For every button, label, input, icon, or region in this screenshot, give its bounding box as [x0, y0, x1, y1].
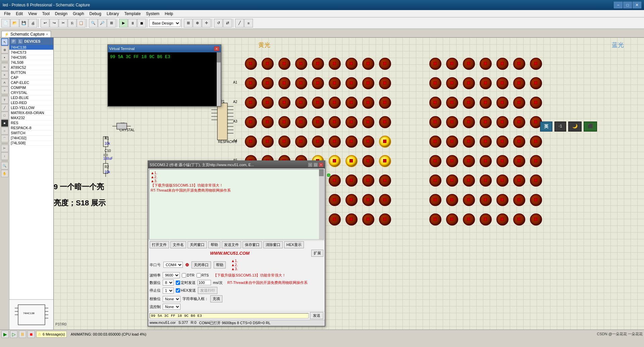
flip-button[interactable]: ⇄ [223, 19, 232, 28]
device-item-button[interactable]: BUTTON [9, 70, 53, 75]
device-item-compim[interactable]: COMPIM [9, 85, 53, 90]
device-item-74hc595[interactable]: 74HC595 [9, 55, 53, 60]
device-item-max232[interactable]: MAX232 [9, 115, 53, 120]
sscom-close-window[interactable]: 关闭窗口 [187, 241, 207, 248]
sscom-clear-window[interactable]: 清除窗口 [263, 241, 283, 248]
step-button[interactable]: ▷ [10, 331, 17, 338]
virtual-terminal-window[interactable]: Virtual Terminal × 99 5A 3C FF 18 9C B6 … [107, 44, 221, 107]
hand-tool[interactable]: ✋ [1, 170, 8, 177]
device-item-74hc02[interactable]: [74HC02] [9, 136, 53, 141]
menu-tool[interactable]: Tool [40, 11, 52, 17]
play-button[interactable]: ▶ [1, 331, 9, 338]
origin-button[interactable]: ⊕ [193, 19, 202, 28]
key-btn-dot1[interactable]: ·1 [554, 121, 566, 132]
stop-button[interactable]: ⏹ [137, 19, 146, 28]
junction-tool[interactable]: • [1, 54, 8, 61]
vterm-close-button[interactable]: × [214, 46, 219, 51]
sscom-minimize[interactable]: − [308, 162, 313, 167]
menu-view[interactable]: View [25, 11, 40, 17]
marker-button[interactable]: ✛ [202, 19, 211, 28]
databits-select[interactable]: 8 [163, 280, 174, 286]
key-btn-english[interactable]: 英 [540, 121, 552, 132]
measure-tool[interactable]: ↕ [1, 152, 8, 160]
sscom-scrollbar[interactable] [319, 169, 324, 239]
undo-button[interactable]: ↩ [41, 19, 49, 28]
run-button[interactable]: ▶ [119, 19, 128, 28]
circle-tool[interactable]: ○ [1, 127, 8, 135]
close-port-button[interactable]: 关闭串口 [192, 261, 211, 268]
select-tool[interactable]: ↖ [1, 38, 8, 46]
stop-sim-button[interactable]: ■ [28, 331, 35, 338]
device-item-cap-elec[interactable]: CAP-ELEC [9, 80, 53, 85]
sscom-maximize[interactable]: □ [313, 162, 318, 167]
menu-debug[interactable]: Debug [87, 11, 104, 17]
close-button[interactable]: ✕ [633, 2, 641, 8]
copy-button[interactable]: ⎘ [68, 19, 76, 28]
menu-edit[interactable]: Edit [13, 11, 25, 17]
dtr-checkbox[interactable] [182, 273, 186, 278]
cut-button[interactable]: ✂ [59, 19, 67, 28]
menu-help[interactable]: Help [162, 11, 176, 17]
device-item-74hc138[interactable]: 74HC138 [9, 45, 53, 50]
bus-tool[interactable]: ≡ [1, 71, 8, 79]
zoom-in-button[interactable]: 🔍 [89, 19, 98, 28]
device-item-switch[interactable]: SWITCH [9, 131, 53, 136]
sscom-save-window[interactable]: 保存窗口 [243, 241, 262, 248]
menu-system[interactable]: System [143, 11, 162, 17]
device-item-led-blue[interactable]: LED-BLUE [9, 95, 53, 100]
device-item-crystal[interactable]: CRYSTAL [9, 90, 53, 95]
sscom-help[interactable]: 帮助 [208, 241, 220, 248]
menu-graph[interactable]: Graph [70, 11, 87, 17]
sscom-send-button[interactable]: 发送 [310, 312, 323, 319]
fill-button[interactable]: 充填 [210, 295, 222, 302]
maximize-button[interactable]: □ [623, 2, 632, 8]
device-item-at89c52[interactable]: AT89C52 [9, 65, 53, 70]
menu-library[interactable]: Library [104, 11, 122, 17]
sscom-open-file[interactable]: 打开文件 [150, 241, 169, 248]
device-item-led-yellow[interactable]: LED-YELLOW [9, 105, 53, 110]
line-tool[interactable]: ╱ [1, 104, 8, 111]
flowctrl-select[interactable]: None [163, 304, 180, 310]
grid-button[interactable]: ⊞ [184, 19, 193, 28]
timer-checkbox[interactable] [176, 281, 180, 285]
minimize-button[interactable]: − [614, 2, 623, 8]
sscom-expand[interactable]: 扩展 [311, 250, 323, 257]
schematic-canvas-area[interactable]: 黄光 蓝光 9 一个暗一个亮 亮度；S18 展示 X1 CRYSTAL R1 1… [54, 38, 644, 330]
arc-tool[interactable]: ⌒ [1, 135, 8, 142]
zoom-tool[interactable]: 🔍 [1, 162, 8, 169]
label-tool[interactable]: A [1, 79, 8, 86]
zoom-fit-button[interactable]: ⊞ [107, 19, 116, 28]
power-tool[interactable]: ⏚ [1, 87, 8, 94]
menu-design[interactable]: Design [52, 11, 70, 17]
fill-tool[interactable]: ■ [1, 119, 8, 127]
stopbits-select[interactable]: 1 [163, 288, 174, 294]
wire-tool[interactable]: ━ [1, 63, 8, 71]
zoom-out-button[interactable]: 🔎 [98, 19, 107, 28]
sscom-send-input[interactable] [150, 313, 309, 318]
box-tool[interactable]: □ [1, 112, 8, 119]
sscom-send-file[interactable]: 发送文件 [222, 241, 241, 248]
probe-tool[interactable]: ⊢ [1, 145, 8, 152]
rotate-button[interactable]: ↺ [214, 19, 223, 28]
timer-interval-input[interactable] [198, 280, 211, 285]
device-item-cap[interactable]: CAP [9, 75, 53, 80]
device-item-matrix[interactable]: MATRIX-8X8-ORAN [9, 110, 53, 115]
device-item-74hc573[interactable]: 74HC573 [9, 50, 53, 55]
device-item-led-red[interactable]: LED-RED [9, 100, 53, 105]
sscom-window[interactable]: SSCOM3.2 (作者:聂小猛(丁丁), 主页http://www.mcu51… [148, 160, 325, 327]
menu-template[interactable]: Template [122, 11, 144, 17]
redo-button[interactable]: ↪ [50, 19, 58, 28]
save-button[interactable]: 💾 [19, 19, 28, 28]
device-item-74ls08b[interactable]: [74LS08] [9, 141, 53, 146]
pause-sim-button[interactable]: ⏸ [19, 331, 26, 338]
rts-checkbox[interactable] [197, 273, 201, 278]
wire-button[interactable]: ╱ [235, 19, 244, 28]
key-btn-green[interactable]: ⬛ [584, 121, 597, 132]
tab-schematic[interactable]: ⚡ Schematic Capture × [1, 31, 51, 37]
new-button[interactable]: 📄 [1, 19, 10, 28]
paste-button[interactable]: 📋 [77, 19, 86, 28]
sscom-close[interactable]: × [319, 162, 323, 167]
design-select[interactable]: Base Design [149, 19, 180, 27]
baud-select[interactable]: 9600 [163, 272, 180, 278]
print-button[interactable]: 🖨 [29, 19, 37, 28]
